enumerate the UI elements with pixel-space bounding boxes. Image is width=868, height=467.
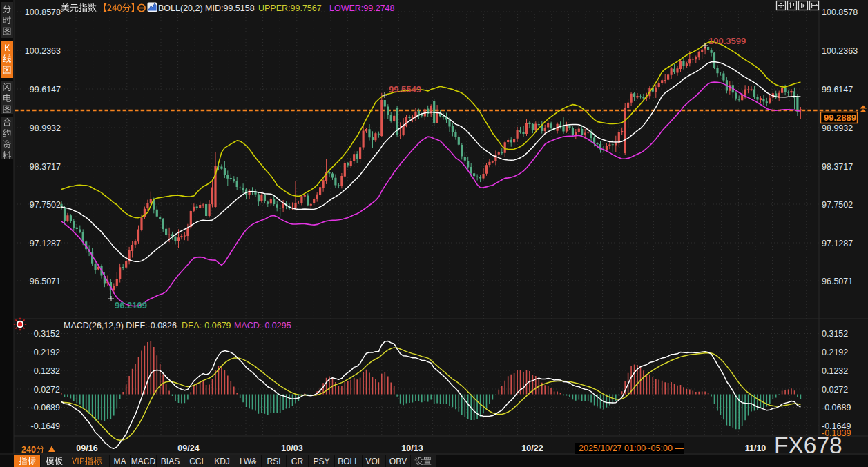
svg-text:10/22: 10/22 [521, 444, 543, 453]
svg-text:FX678: FX678 [774, 433, 842, 458]
svg-text:0.0272: 0.0272 [34, 385, 60, 395]
svg-text:MACD(26,12,9) DIFF:-0.0826: MACD(26,12,9) DIFF:-0.0826 [64, 321, 177, 330]
svg-text:LW&: LW& [240, 457, 257, 466]
svg-text:11/10: 11/10 [745, 444, 766, 453]
svg-text:98.3717: 98.3717 [822, 162, 853, 172]
svg-text:99.5549: 99.5549 [389, 84, 421, 95]
svg-text:10/03: 10/03 [281, 444, 302, 453]
svg-text:MA: MA [114, 457, 126, 466]
svg-text:DEA:-0.0679: DEA:-0.0679 [182, 321, 231, 330]
svg-text:98.9932: 98.9932 [822, 123, 853, 133]
svg-text:99.2889: 99.2889 [824, 112, 856, 123]
svg-text:0.1232: 0.1232 [822, 366, 848, 376]
svg-text:-0.1649: -0.1649 [31, 421, 60, 431]
svg-text:LOWER:99.2748: LOWER:99.2748 [329, 3, 395, 13]
svg-text:100.2363: 100.2363 [822, 46, 858, 56]
svg-text:98.9932: 98.9932 [30, 123, 61, 133]
svg-text:MACD: MACD [131, 457, 156, 466]
svg-text:97.1287: 97.1287 [822, 239, 853, 248]
svg-text:PSY: PSY [313, 457, 329, 466]
svg-text:0.3152: 0.3152 [822, 329, 848, 339]
svg-text:VOL: VOL [365, 457, 382, 466]
svg-text:CR: CR [291, 457, 304, 466]
svg-text:96.5071: 96.5071 [30, 277, 61, 286]
svg-text:100.3599: 100.3599 [708, 36, 746, 46]
svg-text:100.8578: 100.8578 [822, 8, 858, 17]
svg-text:KDJ: KDJ [214, 457, 230, 466]
svg-text:240: 240 [21, 445, 36, 455]
svg-text:0.0272: 0.0272 [822, 385, 848, 395]
svg-text:-0.0689: -0.0689 [822, 403, 851, 413]
svg-text:2025/10/27 01:00~05:00 —: 2025/10/27 01:00~05:00 — [579, 444, 684, 453]
svg-text:BOLL: BOLL [338, 457, 359, 466]
svg-text:99.6147: 99.6147 [30, 85, 61, 95]
svg-text:BIAS: BIAS [161, 457, 180, 466]
svg-text:0.1232: 0.1232 [34, 366, 60, 376]
svg-text:09/16: 09/16 [76, 444, 97, 453]
svg-text:100.8578: 100.8578 [25, 8, 61, 17]
svg-text:UPPER:99.7567: UPPER:99.7567 [258, 3, 322, 13]
svg-text:MACD:-0.0295: MACD:-0.0295 [234, 321, 291, 330]
svg-text:0.2192: 0.2192 [34, 348, 60, 357]
svg-text:96.2109: 96.2109 [115, 300, 147, 310]
svg-text:99.6147: 99.6147 [822, 85, 853, 95]
svg-text:96.5071: 96.5071 [822, 277, 853, 286]
svg-text:0.3152: 0.3152 [34, 329, 60, 339]
svg-text:98.3717: 98.3717 [30, 162, 61, 172]
svg-text:10/13: 10/13 [401, 444, 423, 453]
svg-text:97.7502: 97.7502 [822, 200, 853, 210]
svg-text:97.1287: 97.1287 [30, 239, 61, 248]
svg-text:CCI: CCI [189, 457, 204, 466]
svg-text:97.7502: 97.7502 [30, 200, 61, 210]
svg-text:-0.0689: -0.0689 [31, 403, 60, 413]
svg-text:OBV: OBV [389, 457, 407, 466]
svg-text:09/24: 09/24 [177, 444, 199, 453]
svg-text:BOLL(20,2) MID:99.5158: BOLL(20,2) MID:99.5158 [158, 3, 255, 13]
svg-text:0.2192: 0.2192 [822, 348, 848, 357]
svg-text:RSI: RSI [267, 457, 280, 466]
svg-text:100.2363: 100.2363 [25, 46, 61, 56]
